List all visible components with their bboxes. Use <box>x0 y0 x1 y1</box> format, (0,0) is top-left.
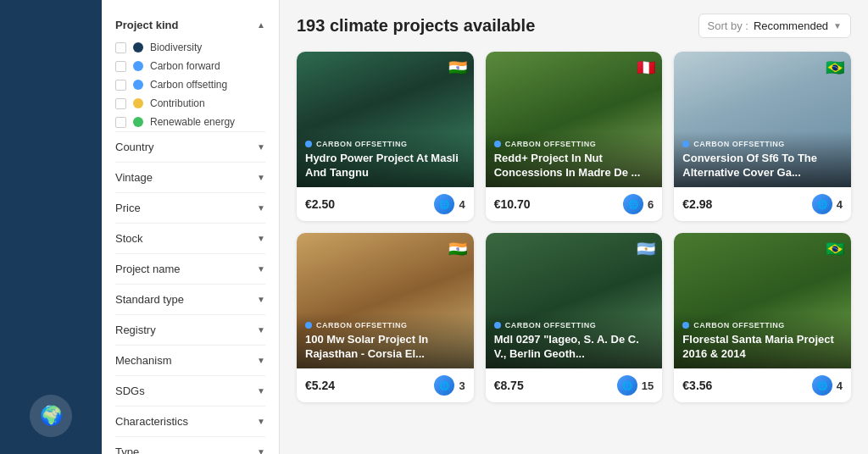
project-name-label: Project name <box>115 263 181 275</box>
card-florestal-price: €3.56 <box>682 379 712 392</box>
main-content: 193 climate projects available Sort by :… <box>280 0 868 454</box>
card-hydro-badge-icon: 🌐 <box>434 194 454 214</box>
carbon-offsetting-checkbox[interactable] <box>115 80 126 91</box>
sdgs-chevron: ▼ <box>257 386 265 396</box>
project-kind-items: Biodiversity Carbon forward Carbon offse… <box>115 38 265 131</box>
card-hydro-tag: CARBON OFFSETTING <box>305 140 465 148</box>
registry-section[interactable]: Registry ▼ <box>115 314 265 345</box>
stock-section[interactable]: Stock ▼ <box>115 223 265 253</box>
carbon-forward-label: Carbon forward <box>150 60 220 72</box>
price-label: Price <box>115 202 141 214</box>
main-header: 193 climate projects available Sort by :… <box>297 14 851 38</box>
type-section[interactable]: Type ▼ <box>115 436 265 454</box>
price-section[interactable]: Price ▼ <box>115 192 265 223</box>
standard-type-section[interactable]: Standard type ▼ <box>115 284 265 314</box>
card-solar-overlay: CARBON OFFSETTING 100 Mw Solar Project I… <box>297 313 474 368</box>
carbon-forward-dot <box>133 61 143 71</box>
card-redd-badge-icon: 🌐 <box>623 194 643 214</box>
price-chevron: ▼ <box>257 203 265 213</box>
registry-chevron: ▼ <box>257 325 265 335</box>
card-mdl-footer: €8.75 🌐 15 <box>486 368 663 402</box>
standard-type-label: Standard type <box>115 293 184 306</box>
card-florestal[interactable]: 🇧🇷 CARBON OFFSETTING Florestal Santa Mar… <box>674 233 851 402</box>
project-name-chevron: ▼ <box>257 264 265 274</box>
card-florestal-title: Florestal Santa Maria Project 2016 & 201… <box>682 333 843 362</box>
contribution-checkbox[interactable] <box>115 98 126 109</box>
project-name-section[interactable]: Project name ▼ <box>115 253 265 284</box>
card-redd-footer: €10.70 🌐 6 <box>486 187 663 221</box>
card-solar-image: 🇮🇳 CARBON OFFSETTING 100 Mw Solar Projec… <box>297 233 474 368</box>
card-hydro-price: €2.50 <box>305 197 335 211</box>
card-sf6-title: Conversion Of Sf6 To The Alternative Cov… <box>682 152 843 180</box>
card-florestal-badge-num: 4 <box>837 379 843 392</box>
card-sf6[interactable]: 🇧🇷 CARBON OFFSETTING Conversion Of Sf6 T… <box>674 52 851 221</box>
card-solar-price: €5.24 <box>305 379 335 392</box>
page-title: 193 climate projects available <box>297 16 535 36</box>
sort-value: Recommended <box>754 19 828 32</box>
stock-chevron: ▼ <box>257 234 265 243</box>
card-redd-price: €10.70 <box>494 197 531 211</box>
filter-item-carbon-forward[interactable]: Carbon forward <box>115 57 265 75</box>
renewable-label: Renewable energy <box>150 116 235 128</box>
card-mdl-title: Mdl 0297 "Iageo, S. A. De C. V., Berlin … <box>494 333 654 362</box>
card-hydro-footer: €2.50 🌐 4 <box>297 187 474 221</box>
project-kind-chevron: ▲ <box>257 20 265 30</box>
filter-item-carbon-offsetting[interactable]: Carbon offsetting <box>115 75 265 94</box>
characteristics-section[interactable]: Characteristics ▼ <box>115 406 265 436</box>
filter-panel: Project kind ▲ Biodiversity Carbon forwa… <box>102 0 280 454</box>
card-hydro-tag-dot <box>305 141 312 147</box>
card-sf6-tag-dot <box>682 141 689 147</box>
biodiversity-label: Biodiversity <box>150 42 202 53</box>
filter-item-biodiversity[interactable]: Biodiversity <box>115 38 265 57</box>
standard-type-chevron: ▼ <box>257 295 265 304</box>
biodiversity-dot <box>133 42 143 53</box>
card-hydro[interactable]: 🇮🇳 CARBON OFFSETTING Hydro Power Project… <box>297 52 474 221</box>
mechanism-section[interactable]: Mechanism ▼ <box>115 345 265 375</box>
sort-chevron-icon: ▼ <box>833 21 842 30</box>
carbon-offsetting-dot <box>133 80 143 90</box>
vintage-chevron: ▼ <box>257 173 265 182</box>
card-sf6-badge-num: 4 <box>837 198 843 211</box>
filter-item-contribution[interactable]: Contribution <box>115 94 265 113</box>
card-florestal-tag: CARBON OFFSETTING <box>682 321 843 329</box>
card-hydro-title: Hydro Power Project At Masli And Tangnu <box>305 152 465 180</box>
card-solar-tag-dot <box>305 322 312 329</box>
vintage-section[interactable]: Vintage ▼ <box>115 162 265 192</box>
card-sf6-badge: 🌐 4 <box>812 194 843 214</box>
biodiversity-checkbox[interactable] <box>115 42 126 53</box>
card-florestal-badge-icon: 🌐 <box>812 375 832 396</box>
card-sf6-price: €2.98 <box>682 197 712 211</box>
contribution-label: Contribution <box>150 97 205 109</box>
card-redd[interactable]: 🇵🇪 CARBON OFFSETTING Redd+ Project In Nu… <box>486 52 663 221</box>
card-mdl[interactable]: 🇦🇷 CARBON OFFSETTING Mdl 0297 "Iageo, S.… <box>486 233 663 402</box>
card-solar[interactable]: 🇮🇳 CARBON OFFSETTING 100 Mw Solar Projec… <box>297 233 474 402</box>
project-kind-section[interactable]: Project kind ▲ <box>115 12 265 38</box>
globe-icon: 🌍 <box>40 405 63 427</box>
card-florestal-flag: 🇧🇷 <box>826 240 844 258</box>
sort-control[interactable]: Sort by : Recommended ▼ <box>698 14 851 38</box>
card-hydro-tag-text: CARBON OFFSETTING <box>316 140 408 148</box>
card-hydro-flag: 🇮🇳 <box>448 58 467 77</box>
card-florestal-tag-text: CARBON OFFSETTING <box>693 321 785 329</box>
carbon-forward-checkbox[interactable] <box>115 61 126 72</box>
sidebar: 🌍 <box>0 0 102 454</box>
card-hydro-image: 🇮🇳 CARBON OFFSETTING Hydro Power Project… <box>297 52 474 187</box>
country-section[interactable]: Country ▼ <box>115 131 265 162</box>
filter-item-renewable[interactable]: Renewable energy <box>115 113 265 131</box>
sidebar-logo[interactable]: 🌍 <box>30 395 72 437</box>
sdgs-section[interactable]: SDGs ▼ <box>115 375 265 406</box>
renewable-checkbox[interactable] <box>115 117 126 128</box>
card-mdl-image: 🇦🇷 CARBON OFFSETTING Mdl 0297 "Iageo, S.… <box>486 233 663 368</box>
card-hydro-badge: 🌐 4 <box>434 194 465 214</box>
characteristics-label: Characteristics <box>115 415 188 428</box>
card-redd-title: Redd+ Project In Nut Concessions In Madr… <box>494 152 654 180</box>
card-solar-flag: 🇮🇳 <box>448 240 467 258</box>
card-sf6-tag: CARBON OFFSETTING <box>682 140 843 148</box>
carbon-offsetting-label: Carbon offsetting <box>150 79 227 91</box>
card-sf6-tag-text: CARBON OFFSETTING <box>693 140 785 148</box>
card-florestal-footer: €3.56 🌐 4 <box>674 368 851 402</box>
renewable-dot <box>133 117 143 127</box>
card-mdl-price: €8.75 <box>494 379 524 392</box>
card-redd-badge-num: 6 <box>648 198 654 211</box>
card-redd-overlay: CARBON OFFSETTING Redd+ Project In Nut C… <box>486 131 663 187</box>
